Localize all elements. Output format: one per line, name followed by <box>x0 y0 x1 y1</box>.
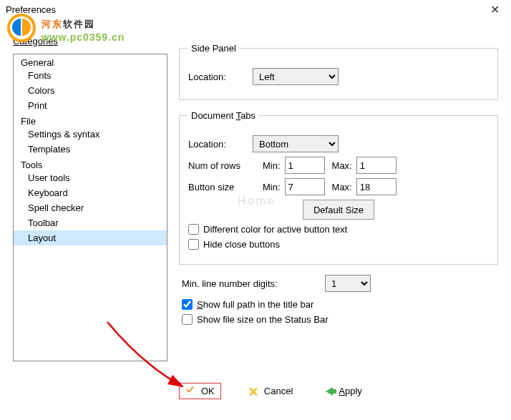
check-icon <box>185 386 195 396</box>
rows-max-input[interactable] <box>356 157 396 174</box>
file-size-checkbox[interactable] <box>182 314 193 325</box>
tree-item-settings-syntax[interactable]: Settings & syntax <box>14 127 167 142</box>
x-icon <box>248 386 258 396</box>
ok-button[interactable]: OK <box>179 383 221 399</box>
tree-item-spell-checker[interactable]: Spell checker <box>14 200 167 215</box>
tree-item-fonts[interactable]: Fonts <box>14 68 167 83</box>
file-size-label: Show file size on the Status Bar <box>197 314 328 325</box>
tree-item-print[interactable]: Print <box>14 98 167 113</box>
tree-group-file[interactable]: File <box>14 113 167 127</box>
tree-item-colors[interactable]: Colors <box>14 83 167 98</box>
apply-button[interactable]: Apply <box>320 383 368 399</box>
hide-close-label: Hide close buttons <box>203 239 280 250</box>
side-panel-group: Side Panel Location: Left <box>179 43 498 100</box>
min-digits-label: Min. line number digits: <box>182 278 325 289</box>
sidepanel-location-label: Location: <box>188 72 253 82</box>
document-tabs-group: Document Tabs Location: Bottom Num of ro… <box>179 110 498 265</box>
categories-label: Categories <box>13 36 58 47</box>
doctabs-location-select[interactable]: Bottom <box>253 135 339 152</box>
arrow-left-icon <box>326 387 333 396</box>
size-min-label: Min: <box>263 182 281 192</box>
hide-close-checkbox[interactable] <box>188 239 199 250</box>
full-path-label: Show full path in the title bar <box>197 299 313 310</box>
btnsize-label: Button size <box>188 182 256 192</box>
rows-max-label: Max: <box>332 160 352 171</box>
tree-item-toolbar[interactable]: Toolbar <box>14 215 167 230</box>
categories-tree[interactable]: General Fonts Colors Print File Settings… <box>13 54 167 361</box>
close-icon[interactable]: ✕ <box>485 0 505 19</box>
size-min-input[interactable] <box>285 178 325 195</box>
document-tabs-legend: Document Tabs <box>188 110 258 121</box>
default-size-button[interactable]: Default Size <box>303 200 374 220</box>
tree-item-keyboard[interactable]: Keyboard <box>14 185 167 200</box>
side-panel-legend: Side Panel <box>188 43 239 54</box>
doctabs-location-label: Location: <box>188 139 253 150</box>
numrows-label: Num of rows <box>188 160 256 171</box>
full-path-checkbox[interactable] <box>182 299 193 310</box>
rows-min-label: Min: <box>263 160 281 171</box>
diff-color-checkbox[interactable] <box>188 224 199 235</box>
size-max-input[interactable] <box>356 178 396 195</box>
tree-item-user-tools[interactable]: User tools <box>14 170 167 185</box>
size-max-label: Max: <box>332 182 352 192</box>
rows-min-input[interactable] <box>285 157 325 174</box>
tree-item-templates[interactable]: Templates <box>14 142 167 157</box>
tree-group-tools[interactable]: Tools <box>14 157 167 170</box>
tree-item-layout[interactable]: Layout <box>14 230 167 245</box>
min-digits-select[interactable]: 1 <box>325 275 371 292</box>
cancel-button[interactable]: Cancel <box>243 383 298 399</box>
diff-color-label: Different color for active button text <box>203 224 347 235</box>
window-title: Preferences <box>6 4 56 15</box>
sidepanel-location-select[interactable]: Left <box>253 68 339 85</box>
tree-group-general[interactable]: General <box>14 54 167 68</box>
